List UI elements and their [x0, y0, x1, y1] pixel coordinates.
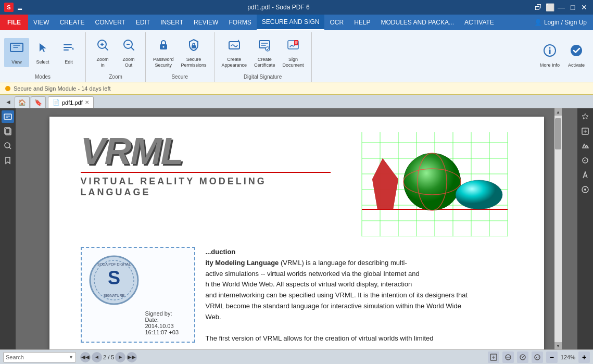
edit-btn[interactable]: Edit	[56, 38, 81, 67]
scroll-down-btn[interactable]: ▼	[554, 342, 562, 349]
sign-document-btn[interactable]: SignDocument	[280, 35, 307, 70]
tab-close-icon[interactable]: ✕	[85, 99, 89, 105]
status-tool-3[interactable]	[517, 352, 528, 363]
status-nav: ◀◀ ◄ 2 / 5 ► ▶▶	[80, 352, 137, 362]
modules-menu[interactable]: MODULES AND PACKA...	[375, 15, 459, 30]
password-security-icon	[156, 37, 171, 56]
right-panel-tool6[interactable]	[579, 183, 591, 196]
search-dropdown-icon[interactable]: ▼	[69, 355, 73, 360]
status-right: − 124% +	[488, 352, 590, 363]
view-btn[interactable]: View	[4, 38, 29, 67]
pdf-body: S SODA PDF DIGITAL SIGNATURE Signed by: …	[81, 247, 513, 348]
edit-menu[interactable]: EDIT	[131, 15, 155, 30]
create-menu[interactable]: CREATE	[55, 15, 90, 30]
zoom-increase-btn[interactable]: +	[578, 352, 590, 363]
ribbon-group-digsig: CreateAppearance CreateCertificate SignD…	[215, 32, 312, 82]
secure-sign-menu[interactable]: SECURE AND SIGN	[257, 15, 325, 30]
notification-text: Secure and Sign Module - 14 days left	[14, 85, 111, 92]
close-btn[interactable]: ✕	[579, 3, 589, 12]
right-panel-tool2[interactable]	[579, 125, 591, 137]
svg-text:SODA PDF DIGITAL: SODA PDF DIGITAL	[97, 262, 130, 266]
create-appearance-label: CreateAppearance	[222, 57, 247, 68]
review-menu[interactable]: REVIEW	[188, 15, 223, 30]
status-tool-1[interactable]	[488, 352, 499, 363]
password-security-btn[interactable]: PasswordSecurity	[150, 35, 177, 70]
more-label	[535, 79, 591, 81]
zoom-decrease-btn[interactable]: −	[546, 352, 558, 363]
body-line-6: Web.	[206, 312, 468, 323]
first-page-btn[interactable]: ◀◀	[80, 352, 91, 362]
create-certificate-label: CreateCertificate	[254, 57, 275, 68]
help-menu[interactable]: HELP	[349, 15, 375, 30]
secure-permissions-btn[interactable]: SecurePermissions	[178, 35, 210, 70]
more-info-btn[interactable]: More Info	[537, 41, 563, 70]
convert-menu[interactable]: CONVERT	[90, 15, 130, 30]
right-panel-tool3[interactable]	[579, 140, 591, 152]
vrml-subtitle: VIRTUAL REALITY MODELING LANGUAGE	[81, 172, 331, 198]
svg-text:SIGNATURE: SIGNATURE	[103, 294, 124, 297]
activate-menu[interactable]: ACTIVATE	[459, 15, 499, 30]
maximize-btn[interactable]: □	[568, 3, 577, 12]
restore-btn[interactable]: 🗗	[534, 3, 543, 12]
tab-nav-left[interactable]: ◄	[2, 96, 15, 108]
create-certificate-btn[interactable]: CreateCertificate	[251, 35, 279, 70]
body-line-5: VRML become the standard language for in…	[206, 301, 468, 312]
sidebar-pages-icon[interactable]	[2, 125, 14, 137]
file-menu[interactable]: FILE	[0, 15, 28, 30]
bookmark-icon: 🔖	[34, 99, 42, 106]
select-btn[interactable]: Select	[30, 38, 55, 67]
prev-page-btn[interactable]: ◄	[92, 352, 102, 362]
secure-items: PasswordSecurity SecurePermissions	[148, 32, 212, 73]
minus-btn[interactable]: —	[557, 3, 566, 12]
modes-items: View Select Edit	[2, 32, 83, 73]
sidebar-bookmark-icon[interactable]	[2, 154, 14, 167]
body-line-1: ity Modeling Language (VRML) is a langua…	[206, 258, 468, 269]
right-panel-tool5[interactable]	[579, 169, 591, 181]
zoom-level: 124%	[561, 354, 575, 360]
right-panel-tool1[interactable]	[579, 110, 591, 123]
pdf-tab-label: pdf1.pdf	[62, 99, 83, 106]
zoom-in-label: ZoomIn	[96, 57, 108, 68]
home-tab[interactable]: 🏠	[15, 96, 30, 108]
ocr-menu[interactable]: OCR	[324, 15, 349, 30]
signature-box: S SODA PDF DIGITAL SIGNATURE Signed by: …	[81, 247, 195, 343]
activate-label: Activate	[568, 62, 585, 68]
status-tool-4[interactable]	[532, 352, 543, 363]
pdf-tab[interactable]: 📄 pdf1.pdf ✕	[48, 96, 94, 108]
sidebar-search-icon[interactable]	[2, 140, 14, 152]
svg-point-61	[584, 189, 586, 191]
secure-permissions-label: SecurePermissions	[181, 57, 207, 68]
search-label: Search	[6, 354, 67, 360]
next-page-btn[interactable]: ►	[115, 352, 125, 362]
view-label: View	[11, 59, 21, 65]
pdf-page: VRML VIRTUAL REALITY MODELING LANGUAGE	[49, 117, 544, 349]
fullscreen-btn[interactable]: ⬜	[545, 3, 554, 12]
insert-menu[interactable]: INSERT	[155, 15, 188, 30]
view-menu[interactable]: VIEW	[28, 15, 55, 30]
sidebar-view-icon[interactable]	[2, 110, 14, 123]
tabbar: ◄ 🏠 🔖 📄 pdf1.pdf ✕	[0, 95, 593, 108]
zoom-out-btn[interactable]: ZoomOut	[116, 35, 141, 70]
login-btn[interactable]: 👤 Login / Sign Up	[528, 15, 593, 30]
forms-menu[interactable]: FORMS	[223, 15, 256, 30]
scroll-up-btn[interactable]: ▲	[554, 108, 562, 116]
svg-point-12	[162, 46, 164, 47]
create-appearance-btn[interactable]: CreateAppearance	[219, 35, 250, 70]
password-security-label: PasswordSecurity	[153, 57, 174, 68]
vrml-logo-area: VRML VIRTUAL REALITY MODELING LANGUAGE	[81, 132, 331, 198]
bookmark-tab[interactable]: 🔖	[31, 96, 46, 108]
right-panel-tool4[interactable]	[579, 154, 591, 167]
zoom-in-btn[interactable]: ZoomIn	[90, 35, 115, 70]
svg-line-10	[131, 47, 134, 50]
pdf-icon: 📄	[53, 99, 60, 106]
search-box[interactable]: Search ▼	[3, 352, 76, 362]
status-tool-2[interactable]	[502, 352, 514, 363]
scroll-thumb[interactable]	[555, 118, 561, 149]
activate-btn[interactable]: Activate	[564, 41, 589, 70]
minimize-icon[interactable]: 🗕	[17, 4, 23, 11]
modes-label: Modes	[2, 73, 83, 81]
last-page-btn[interactable]: ▶▶	[127, 352, 137, 362]
create-appearance-icon	[227, 37, 242, 56]
svg-point-20	[549, 47, 550, 48]
ribbon-group-more: More Info Activate	[533, 32, 593, 82]
